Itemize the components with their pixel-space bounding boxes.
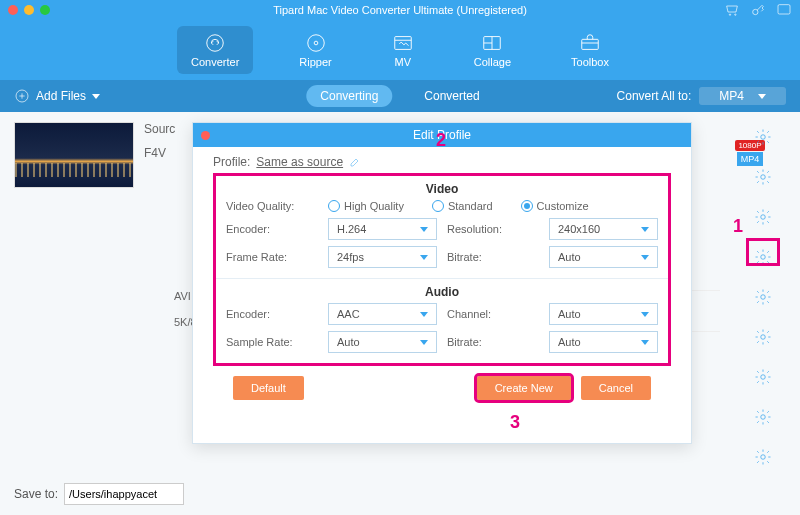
- resolution-label: Resolution:: [447, 223, 539, 235]
- save-to-row: Save to:: [14, 483, 184, 505]
- window-controls: [8, 5, 50, 15]
- nav-ripper[interactable]: Ripper: [285, 26, 345, 74]
- gear-column: [754, 128, 772, 466]
- video-encoder-label: Encoder:: [226, 223, 318, 235]
- cart-icon[interactable]: [724, 2, 740, 18]
- app-title: Tipard Mac Video Converter Ultimate (Unr…: [273, 4, 527, 16]
- save-path-input[interactable]: [64, 483, 184, 505]
- title-bar: Tipard Mac Video Converter Ultimate (Unr…: [0, 0, 800, 20]
- annotation-1: 1: [733, 216, 743, 237]
- nav-label: Converter: [191, 56, 239, 68]
- add-files-label: Add Files: [36, 89, 86, 103]
- nav-mv[interactable]: MV: [378, 26, 428, 74]
- nav-toolbox[interactable]: Toolbox: [557, 26, 623, 74]
- maximize-icon[interactable]: [40, 5, 50, 15]
- resolution-select[interactable]: 240x160: [549, 218, 658, 240]
- cancel-button[interactable]: Cancel: [581, 376, 651, 400]
- convert-all-select[interactable]: MP4: [699, 87, 786, 105]
- gear-icon[interactable]: [754, 288, 772, 306]
- audio-bitrate-select[interactable]: Auto: [549, 331, 658, 353]
- gear-icon[interactable]: [754, 448, 772, 466]
- nav-converter[interactable]: Converter: [177, 26, 253, 74]
- sub-bar: Add Files Converting Converted Convert A…: [0, 80, 800, 112]
- svg-rect-1: [778, 5, 790, 14]
- svg-point-9: [761, 135, 766, 140]
- audio-encoder-select[interactable]: AAC: [328, 303, 437, 325]
- radio-standard[interactable]: Standard: [432, 200, 493, 212]
- svg-rect-7: [582, 39, 599, 49]
- samplerate-select[interactable]: Auto: [328, 331, 437, 353]
- source-label: Sourc: [144, 122, 175, 136]
- close-icon[interactable]: [8, 5, 18, 15]
- video-quality-label: Video Quality:: [226, 200, 318, 212]
- svg-point-4: [314, 41, 318, 45]
- main-nav: Converter Ripper MV Collage Toolbox: [0, 20, 800, 80]
- audio-encoder-label: Encoder:: [226, 308, 318, 320]
- svg-point-2: [207, 35, 224, 52]
- nav-collage[interactable]: Collage: [460, 26, 525, 74]
- format-label: F4V: [144, 146, 175, 160]
- samplerate-label: Sample Rate:: [226, 336, 318, 348]
- video-bitrate-select[interactable]: Auto: [549, 246, 658, 268]
- profile-value: Same as source: [256, 155, 343, 169]
- create-new-button[interactable]: Create New: [477, 376, 571, 400]
- gear-icon[interactable]: [754, 208, 772, 226]
- gear-icon[interactable]: [754, 368, 772, 386]
- radio-customize[interactable]: Customize: [521, 200, 589, 212]
- framerate-select[interactable]: 24fps: [328, 246, 437, 268]
- edit-icon[interactable]: [349, 156, 361, 168]
- framerate-label: Frame Rate:: [226, 251, 318, 263]
- chevron-down-icon: [758, 94, 766, 99]
- svg-point-15: [761, 375, 766, 380]
- svg-point-11: [761, 215, 766, 220]
- gear-icon[interactable]: [754, 328, 772, 346]
- nav-label: Toolbox: [571, 56, 609, 68]
- chevron-down-icon: [420, 227, 428, 232]
- chevron-down-icon[interactable]: [92, 94, 100, 99]
- gear-icon[interactable]: [754, 408, 772, 426]
- video-encoder-select[interactable]: H.264: [328, 218, 437, 240]
- video-bitrate-label: Bitrate:: [447, 251, 539, 263]
- nav-label: MV: [394, 56, 411, 68]
- close-icon[interactable]: [201, 131, 210, 140]
- add-files-button[interactable]: Add Files: [14, 88, 100, 104]
- svg-point-0: [753, 9, 758, 14]
- annotation-box-2: Video Video Quality: High Quality Standa…: [213, 173, 671, 366]
- minimize-icon[interactable]: [24, 5, 34, 15]
- svg-rect-5: [394, 37, 411, 50]
- chevron-down-icon: [641, 340, 649, 345]
- gear-icon[interactable]: [754, 128, 772, 146]
- chevron-down-icon: [641, 255, 649, 260]
- key-icon[interactable]: [750, 2, 766, 18]
- chevron-down-icon: [420, 255, 428, 260]
- video-thumbnail[interactable]: [14, 122, 134, 188]
- radio-high-quality[interactable]: High Quality: [328, 200, 404, 212]
- svg-point-16: [761, 415, 766, 420]
- svg-point-14: [761, 335, 766, 340]
- chevron-down-icon: [641, 227, 649, 232]
- tab-converting[interactable]: Converting: [306, 85, 392, 107]
- svg-point-17: [761, 455, 766, 460]
- chevron-down-icon: [420, 340, 428, 345]
- save-to-label: Save to:: [14, 487, 58, 501]
- convert-all-value: MP4: [719, 89, 744, 103]
- annotation-3: 3: [510, 412, 520, 433]
- feedback-icon[interactable]: [776, 2, 792, 18]
- svg-point-10: [761, 175, 766, 180]
- chevron-down-icon: [641, 312, 649, 317]
- channel-label: Channel:: [447, 308, 539, 320]
- svg-point-3: [307, 35, 324, 52]
- edit-profile-modal: Edit Profile Profile: Same as source Vid…: [192, 122, 692, 444]
- tab-converted[interactable]: Converted: [410, 85, 493, 107]
- audio-bitrate-label: Bitrate:: [447, 336, 539, 348]
- gear-icon[interactable]: [754, 168, 772, 186]
- nav-label: Ripper: [299, 56, 331, 68]
- default-button[interactable]: Default: [233, 376, 304, 400]
- svg-point-13: [761, 295, 766, 300]
- annotation-2: 2: [436, 130, 446, 151]
- profile-label: Profile:: [213, 155, 250, 169]
- annotation-box-1: [746, 238, 780, 266]
- convert-all-label: Convert All to:: [617, 89, 692, 103]
- channel-select[interactable]: Auto: [549, 303, 658, 325]
- audio-section-title: Audio: [226, 285, 658, 299]
